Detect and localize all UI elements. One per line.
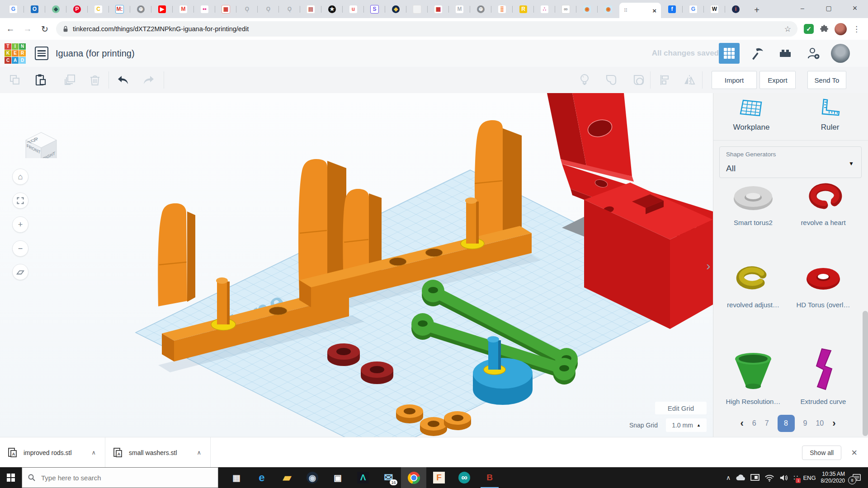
delete-button[interactable] — [87, 72, 103, 88]
bookmark-star-icon[interactable]: ☆ — [784, 24, 791, 34]
extensions-puzzle-icon[interactable] — [820, 24, 829, 33]
wifi-icon[interactable] — [764, 474, 774, 482]
page-6[interactable]: 6 — [752, 419, 756, 427]
edge-app[interactable]: e — [249, 467, 274, 488]
pinned-tab[interactable]: ▦ — [215, 0, 236, 18]
file-explorer-app[interactable]: ▰ — [274, 467, 300, 488]
task-view-button[interactable]: ▦ — [224, 467, 249, 488]
pinned-tab[interactable]: M — [449, 0, 470, 18]
pinned-tab[interactable]: ∴ — [534, 0, 555, 18]
pinned-tab[interactable]: ⊕ — [470, 0, 491, 18]
panel-scrollbar[interactable] — [863, 311, 868, 436]
home-view-button[interactable]: ⌂ — [12, 169, 28, 185]
predator-app[interactable]: Λ — [350, 467, 376, 488]
pinned-tab[interactable]: f — [661, 0, 683, 18]
pinned-tab[interactable]: ★ — [321, 0, 343, 18]
chrome-app[interactable] — [401, 467, 426, 488]
brick-export-button[interactable] — [775, 43, 796, 64]
edit-grid-button[interactable]: Edit Grid — [655, 402, 707, 414]
pinned-tab[interactable]: ⊕ — [130, 0, 151, 18]
onedrive-cloud-icon[interactable] — [736, 474, 745, 481]
pinned-tab[interactable]: C — [88, 0, 109, 18]
search-input[interactable] — [40, 474, 205, 482]
redo-button[interactable] — [142, 72, 157, 88]
pinned-tab[interactable]: Ǫ — [258, 0, 279, 18]
duplicate-button[interactable] — [62, 72, 78, 88]
pinned-tab[interactable]: Ǫ — [236, 0, 258, 18]
display-icon[interactable] — [750, 474, 760, 481]
mirror-button[interactable] — [682, 72, 697, 88]
view-cube[interactable]: TOP FRONT RIGHT — [11, 108, 61, 158]
close-button[interactable]: × — [842, 0, 868, 16]
maximize-button[interactable]: ▢ — [816, 0, 842, 16]
pinned-tab[interactable]: P — [66, 0, 88, 18]
workplane-tool[interactable]: Workplane — [724, 98, 778, 132]
page-prev-button[interactable]: ‹ — [740, 418, 743, 429]
group-button[interactable] — [604, 72, 619, 88]
design-title[interactable]: Iguana (for printing) — [56, 48, 135, 59]
adblock-extension-icon[interactable]: ✓ — [804, 24, 814, 34]
page-10[interactable]: 10 — [816, 419, 824, 427]
taskbar-search[interactable] — [22, 467, 218, 488]
download-item[interactable]: A small washers.stl ∧ — [105, 437, 211, 468]
mail-app[interactable]: ✉16 — [376, 467, 401, 488]
ungroup-button[interactable] — [631, 72, 646, 88]
pinned-tab[interactable]: R — [513, 0, 534, 18]
download-chevron-icon[interactable]: ∧ — [197, 449, 201, 456]
page-next-button[interactable]: › — [832, 418, 835, 429]
pinned-tab[interactable] — [406, 0, 428, 18]
pinned-tab[interactable]: ⣿ — [491, 0, 513, 18]
tray-chevron-up-icon[interactable]: ∧ — [726, 474, 731, 481]
pinned-tab[interactable]: ∞ — [555, 0, 576, 18]
panel-collapse-handle[interactable]: › — [704, 257, 713, 276]
shape-item[interactable]: Smart torus2 — [719, 182, 787, 226]
show-all-parts-button[interactable] — [577, 72, 592, 88]
align-button[interactable] — [657, 72, 672, 88]
pinned-tab[interactable]: M: — [109, 0, 130, 18]
pinned-tab[interactable]: S — [364, 0, 385, 18]
profile-avatar[interactable] — [835, 23, 847, 35]
shape-item[interactable]: HD Torus (overl… — [789, 261, 857, 309]
paste-button[interactable] — [33, 72, 48, 88]
zoom-out-button[interactable]: − — [12, 240, 28, 257]
design-menu-icon[interactable] — [35, 47, 48, 60]
3d-viewport[interactable]: Workplane — [0, 93, 713, 437]
start-button[interactable] — [0, 467, 22, 488]
fusion360-app[interactable]: F — [426, 467, 452, 488]
copy-button[interactable] — [7, 72, 23, 88]
arduino-app[interactable]: ∞ — [452, 467, 477, 488]
url-bar[interactable]: tinkercad.com/things/dXTZ2MNPknG-iguana-… — [56, 21, 797, 37]
ruler-tool[interactable]: Ruler — [803, 98, 857, 132]
export-button[interactable]: Export — [760, 71, 796, 89]
page-7[interactable]: 7 — [765, 419, 769, 427]
account-avatar[interactable] — [831, 44, 850, 63]
fit-view-button[interactable] — [12, 192, 28, 209]
pinned-tab[interactable]: ▦ — [428, 0, 449, 18]
language-indicator[interactable]: ENG — [803, 474, 816, 481]
page-9[interactable]: 9 — [803, 419, 807, 427]
speaker-icon[interactable] — [779, 474, 788, 482]
show-all-downloads-button[interactable]: Show all — [802, 446, 841, 460]
pinned-tab[interactable]: M — [173, 0, 194, 18]
tray-app-icon[interactable]: ∷ 1 — [793, 474, 798, 482]
tinkercad-logo[interactable]: TINKERCAD — [5, 43, 26, 64]
browser-menu-icon[interactable]: ⋮ — [853, 24, 860, 34]
pinned-tab[interactable]: ▤ — [300, 0, 321, 18]
blocks-view-button[interactable] — [719, 43, 740, 64]
zoom-in-button[interactable]: + — [12, 216, 28, 233]
new-tab-button[interactable]: + — [750, 3, 764, 17]
pinned-tab[interactable]: G — [683, 0, 704, 18]
snap-grid-dropdown[interactable]: 1.0 mm ▲ — [666, 418, 707, 432]
pinned-tab[interactable]: i — [725, 0, 746, 18]
back-button[interactable]: ← — [4, 22, 17, 36]
undo-button[interactable] — [116, 72, 131, 88]
invite-people-button[interactable] — [803, 43, 824, 64]
download-item[interactable]: A improved rods.stl ∧ — [0, 437, 105, 468]
shape-generators-dropdown[interactable]: Shape Generators All ▼ — [719, 146, 862, 178]
pinned-tab[interactable]: ◆ — [45, 0, 66, 18]
pinned-tab[interactable]: Ǫ — [279, 0, 300, 18]
downloads-close-icon[interactable]: × — [851, 447, 857, 459]
active-tab[interactable]: ⠿ × — [619, 3, 661, 18]
pinned-tab[interactable]: G — [3, 0, 24, 18]
pinned-tab[interactable]: •• — [194, 0, 215, 18]
